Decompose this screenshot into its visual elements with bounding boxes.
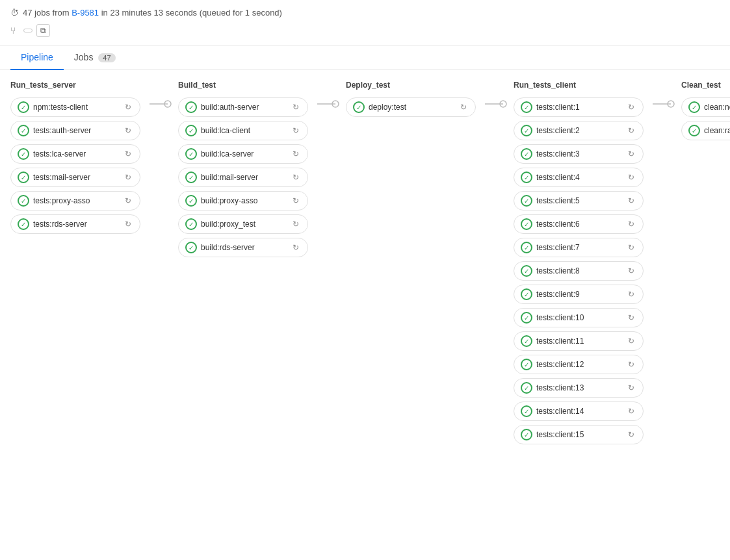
retry-icon[interactable]: ↻ bbox=[291, 196, 301, 206]
job-item[interactable]: ✓tests:client:10↻ bbox=[514, 308, 644, 327]
job-item[interactable]: ✓tests:client:8↻ bbox=[514, 261, 644, 281]
job-item[interactable]: ✓build:rds-server↻ bbox=[178, 238, 308, 257]
check-icon: ✓ bbox=[185, 242, 197, 253]
retry-icon[interactable]: ↻ bbox=[626, 266, 636, 276]
retry-icon[interactable]: ↻ bbox=[123, 219, 133, 229]
retry-icon[interactable]: ↻ bbox=[626, 383, 636, 393]
check-icon: ✓ bbox=[18, 148, 29, 160]
retry-icon[interactable]: ↻ bbox=[626, 196, 636, 206]
retry-icon[interactable]: ↻ bbox=[123, 102, 133, 112]
job-item[interactable]: ✓clean:rancher↻ bbox=[681, 121, 730, 140]
check-icon: ✓ bbox=[521, 195, 532, 207]
retry-icon[interactable]: ↻ bbox=[626, 149, 636, 159]
tab-jobs[interactable]: Jobs 47 bbox=[64, 45, 126, 70]
job-item[interactable]: ✓tests:mail-server↻ bbox=[10, 168, 140, 187]
job-item[interactable]: ✓tests:client:13↻ bbox=[514, 378, 644, 398]
retry-icon[interactable]: ↻ bbox=[626, 359, 636, 370]
job-name: tests:client:7 bbox=[536, 243, 622, 252]
retry-icon[interactable]: ↻ bbox=[626, 242, 636, 253]
job-item[interactable]: ✓tests:client:6↻ bbox=[514, 214, 644, 234]
job-item[interactable]: ✓tests:lca-server↻ bbox=[10, 144, 140, 164]
job-item[interactable]: ✓tests:client:15↻ bbox=[514, 425, 644, 444]
job-item[interactable]: ✓tests:client:14↻ bbox=[514, 401, 644, 421]
check-icon: ✓ bbox=[185, 101, 197, 113]
retry-icon[interactable]: ↻ bbox=[626, 172, 636, 183]
stage-build-test: Build_test✓build:auth-server↻✓build:lca-… bbox=[178, 81, 308, 444]
job-item[interactable]: ✓tests:client:9↻ bbox=[514, 285, 644, 304]
stage-connector bbox=[317, 81, 343, 444]
retry-icon[interactable]: ↻ bbox=[291, 219, 301, 229]
job-item[interactable]: ✓build:proxy-asso↻ bbox=[178, 191, 308, 210]
retry-icon[interactable]: ↻ bbox=[626, 289, 636, 299]
job-name: tests:auth-server bbox=[33, 126, 119, 135]
check-icon: ✓ bbox=[521, 125, 532, 136]
check-icon: ✓ bbox=[521, 101, 532, 113]
tab-pipeline[interactable]: Pipeline bbox=[10, 45, 64, 70]
job-item[interactable]: ✓build:proxy_test↻ bbox=[178, 214, 308, 234]
check-icon: ✓ bbox=[688, 101, 700, 113]
job-item[interactable]: ✓tests:client:5↻ bbox=[514, 191, 644, 210]
check-icon: ✓ bbox=[185, 172, 197, 183]
job-item[interactable]: ✓tests:client:7↻ bbox=[514, 238, 644, 257]
job-item[interactable]: ✓npm:tests-client↻ bbox=[10, 97, 140, 117]
job-name: tests:client:6 bbox=[536, 220, 622, 229]
check-icon: ✓ bbox=[18, 125, 29, 136]
retry-icon[interactable]: ↻ bbox=[626, 312, 636, 323]
job-item[interactable]: ✓build:mail-server↻ bbox=[178, 168, 308, 187]
retry-icon[interactable]: ↻ bbox=[458, 102, 469, 112]
stage-connector bbox=[485, 81, 511, 444]
retry-icon[interactable]: ↻ bbox=[626, 219, 636, 229]
job-name: build:mail-server bbox=[201, 173, 287, 182]
job-item[interactable]: ✓tests:client:4↻ bbox=[514, 168, 644, 187]
job-name: tests:client:9 bbox=[536, 290, 622, 299]
retry-icon[interactable]: ↻ bbox=[626, 429, 636, 440]
job-item[interactable]: ✓tests:auth-server↻ bbox=[10, 121, 140, 140]
check-icon: ✓ bbox=[185, 148, 197, 160]
retry-icon[interactable]: ↻ bbox=[626, 406, 636, 416]
retry-icon[interactable]: ↻ bbox=[123, 196, 133, 206]
job-name: tests:client:14 bbox=[536, 407, 622, 416]
job-item[interactable]: ✓tests:proxy-asso↻ bbox=[10, 191, 140, 210]
check-icon: ✓ bbox=[521, 335, 532, 347]
retry-icon[interactable]: ↻ bbox=[626, 336, 636, 346]
check-icon: ✓ bbox=[521, 312, 532, 324]
stage-deploy-test: Deploy_test✓deploy:test↻ bbox=[346, 81, 476, 444]
job-item[interactable]: ✓tests:client:11↻ bbox=[514, 331, 644, 351]
job-name: build:lca-client bbox=[201, 126, 287, 135]
stage-connector bbox=[653, 81, 679, 444]
job-item[interactable]: ✓build:lca-server↻ bbox=[178, 144, 308, 164]
job-item[interactable]: ✓tests:client:3↻ bbox=[514, 144, 644, 164]
retry-icon[interactable]: ↻ bbox=[626, 125, 636, 136]
job-item[interactable]: ✓build:lca-client↻ bbox=[178, 121, 308, 140]
retry-icon[interactable]: ↻ bbox=[123, 149, 133, 159]
job-name: tests:client:8 bbox=[536, 266, 622, 275]
job-name: tests:client:10 bbox=[536, 313, 622, 322]
retry-icon[interactable]: ↻ bbox=[626, 102, 636, 112]
build-link[interactable]: B-9581 bbox=[72, 8, 99, 18]
job-name: tests:client:3 bbox=[536, 149, 622, 159]
job-name: deploy:test bbox=[369, 103, 454, 112]
retry-icon[interactable]: ↻ bbox=[291, 242, 301, 253]
job-item[interactable]: ✓tests:client:12↻ bbox=[514, 355, 644, 374]
job-item[interactable]: ✓deploy:test↻ bbox=[346, 97, 476, 117]
job-item[interactable]: ✓tests:client:2↻ bbox=[514, 121, 644, 140]
commit-row: ⑂ ⧉ bbox=[10, 24, 720, 37]
retry-icon[interactable]: ↻ bbox=[123, 172, 133, 183]
check-icon: ✓ bbox=[521, 242, 532, 253]
job-name: tests:client:1 bbox=[536, 103, 622, 112]
header-info-row: ⏱ 47 jobs from B-9581 in 23 minutes 13 s… bbox=[10, 8, 720, 18]
retry-icon[interactable]: ↻ bbox=[291, 149, 301, 159]
job-name: tests:client:2 bbox=[536, 126, 622, 135]
job-item[interactable]: ✓build:auth-server↻ bbox=[178, 97, 308, 117]
retry-icon[interactable]: ↻ bbox=[291, 125, 301, 136]
stage-header-3: Run_tests_client bbox=[514, 81, 644, 90]
retry-icon[interactable]: ↻ bbox=[291, 102, 301, 112]
job-item[interactable]: ✓tests:rds-server↻ bbox=[10, 214, 140, 234]
copy-button[interactable]: ⧉ bbox=[36, 24, 50, 37]
retry-icon[interactable]: ↻ bbox=[291, 172, 301, 183]
job-item[interactable]: ✓clean:nexus↻ bbox=[681, 97, 730, 117]
job-name: tests:proxy-asso bbox=[33, 196, 119, 205]
ellipsis-button[interactable] bbox=[23, 29, 33, 32]
job-item[interactable]: ✓tests:client:1↻ bbox=[514, 97, 644, 117]
retry-icon[interactable]: ↻ bbox=[123, 125, 133, 136]
